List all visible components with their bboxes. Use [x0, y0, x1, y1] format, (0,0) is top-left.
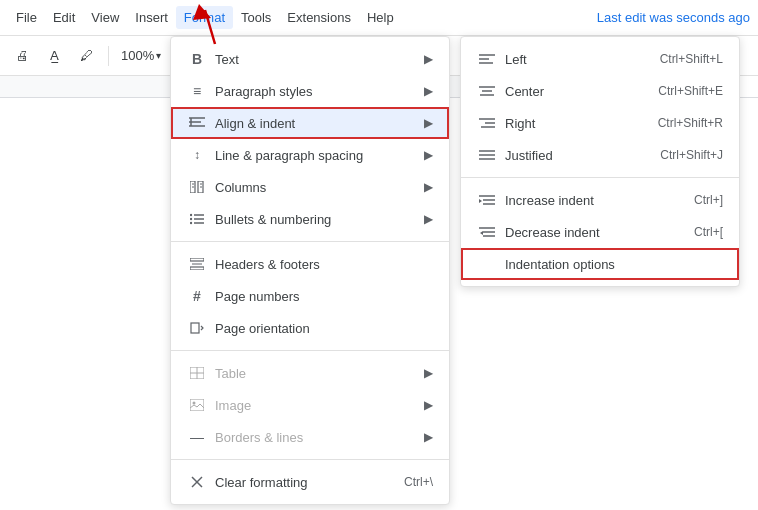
menu-item-headers[interactable]: Headers & footers [171, 248, 449, 280]
menu-format[interactable]: Format [176, 6, 233, 29]
center-label: Center [505, 84, 642, 99]
align-label: Align & indent [215, 116, 416, 131]
submenu-left[interactable]: Left Ctrl+Shift+L [461, 43, 739, 75]
menu-extensions[interactable]: Extensions [279, 6, 359, 29]
left-shortcut: Ctrl+Shift+L [644, 52, 723, 66]
menu-item-align[interactable]: Align & indent ▶ [171, 107, 449, 139]
increase-indent-shortcut: Ctrl+] [678, 193, 723, 207]
menu-view[interactable]: View [83, 6, 127, 29]
menu-item-columns[interactable]: Columns ▶ [171, 171, 449, 203]
separator-3 [171, 459, 449, 460]
svg-point-21 [190, 222, 192, 224]
clear-shortcut: Ctrl+\ [388, 475, 433, 489]
submenu-increase-indent[interactable]: Increase indent Ctrl+] [461, 184, 739, 216]
clear-icon [187, 475, 207, 489]
separator-1 [171, 241, 449, 242]
menu-tools[interactable]: Tools [233, 6, 279, 29]
increase-indent-icon [477, 194, 497, 206]
svg-point-30 [193, 402, 196, 405]
columns-label: Columns [215, 180, 416, 195]
menu-item-bullets[interactable]: Bullets & numbering ▶ [171, 203, 449, 235]
align-icon [187, 116, 207, 130]
svg-rect-22 [190, 258, 204, 261]
decrease-indent-icon [477, 226, 497, 238]
table-icon [187, 367, 207, 379]
toolbar-divider-1 [108, 46, 109, 66]
borders-label: Borders & lines [215, 430, 416, 445]
menu-help[interactable]: Help [359, 6, 402, 29]
text-label: Text [215, 52, 416, 67]
menu-item-borders[interactable]: — Borders & lines ▶ [171, 421, 449, 453]
menu-item-text[interactable]: B Text ▶ [171, 43, 449, 75]
menu-item-image[interactable]: Image ▶ [171, 389, 449, 421]
clear-label: Clear formatting [215, 475, 388, 490]
right-align-icon [477, 117, 497, 129]
paragraph-icon: ≡ [187, 83, 207, 99]
submenu-indentation-options[interactable]: Indentation options [461, 248, 739, 280]
borders-arrow: ▶ [424, 430, 433, 444]
justify-align-icon [477, 149, 497, 161]
text-icon: B [187, 51, 207, 67]
left-label: Left [505, 52, 644, 67]
spacing-arrow: ▶ [424, 148, 433, 162]
print-icon[interactable]: 🖨 [8, 42, 36, 70]
align-separator [461, 177, 739, 178]
svg-marker-52 [480, 231, 483, 235]
text-arrow: ▶ [424, 52, 433, 66]
decrease-indent-shortcut: Ctrl+[ [678, 225, 723, 239]
columns-icon [187, 181, 207, 193]
menu-edit[interactable]: Edit [45, 6, 83, 29]
image-label: Image [215, 398, 416, 413]
indentation-options-label: Indentation options [505, 257, 723, 272]
spacing-label: Line & paragraph spacing [215, 148, 416, 163]
menu-item-clear[interactable]: Clear formatting Ctrl+\ [171, 466, 449, 498]
bullets-icon [187, 213, 207, 225]
menu-item-paragraph[interactable]: ≡ Paragraph styles ▶ [171, 75, 449, 107]
increase-indent-label: Increase indent [505, 193, 678, 208]
paragraph-label: Paragraph styles [215, 84, 416, 99]
right-shortcut: Ctrl+Shift+R [642, 116, 723, 130]
left-align-icon [477, 53, 497, 65]
center-shortcut: Ctrl+Shift+E [642, 84, 723, 98]
image-icon [187, 399, 207, 411]
svg-rect-23 [190, 267, 204, 270]
menu-insert[interactable]: Insert [127, 6, 176, 29]
pagenumbers-label: Page numbers [215, 289, 433, 304]
svg-rect-25 [191, 323, 199, 333]
columns-arrow: ▶ [424, 180, 433, 194]
format-menu: B Text ▶ ≡ Paragraph styles ▶ Align & in… [170, 36, 450, 505]
svg-rect-29 [190, 399, 204, 411]
spacing-icon: ↕ [187, 148, 207, 162]
svg-point-19 [190, 214, 192, 216]
separator-2 [171, 350, 449, 351]
headers-icon [187, 258, 207, 270]
justified-label: Justified [505, 148, 644, 163]
menu-item-orientation[interactable]: Page orientation [171, 312, 449, 344]
zoom-value: 100% [121, 48, 154, 63]
spell-check-icon[interactable]: A̲ [40, 42, 68, 70]
paragraph-arrow: ▶ [424, 84, 433, 98]
menu-file[interactable]: File [8, 6, 45, 29]
table-label: Table [215, 366, 416, 381]
center-align-icon [477, 85, 497, 97]
headers-label: Headers & footers [215, 257, 433, 272]
menu-item-table[interactable]: Table ▶ [171, 357, 449, 389]
submenu-right[interactable]: Right Ctrl+Shift+R [461, 107, 739, 139]
paint-format-icon[interactable]: 🖊 [72, 42, 100, 70]
menu-bar: File Edit View Insert Format Tools Exten… [0, 0, 758, 36]
justified-shortcut: Ctrl+Shift+J [644, 148, 723, 162]
menu-item-spacing[interactable]: ↕ Line & paragraph spacing ▶ [171, 139, 449, 171]
bullets-arrow: ▶ [424, 212, 433, 226]
submenu-center[interactable]: Center Ctrl+Shift+E [461, 75, 739, 107]
align-arrow: ▶ [424, 116, 433, 130]
borders-icon: — [187, 429, 207, 445]
image-arrow: ▶ [424, 398, 433, 412]
zoom-dropdown-arrow[interactable]: ▾ [156, 50, 161, 61]
submenu-justified[interactable]: Justified Ctrl+Shift+J [461, 139, 739, 171]
zoom-control[interactable]: 100% ▾ [117, 46, 165, 65]
orientation-icon [187, 321, 207, 335]
menu-item-pagenumbers[interactable]: # Page numbers [171, 280, 449, 312]
table-arrow: ▶ [424, 366, 433, 380]
edit-status: Last edit was seconds ago [597, 10, 750, 25]
submenu-decrease-indent[interactable]: Decrease indent Ctrl+[ [461, 216, 739, 248]
